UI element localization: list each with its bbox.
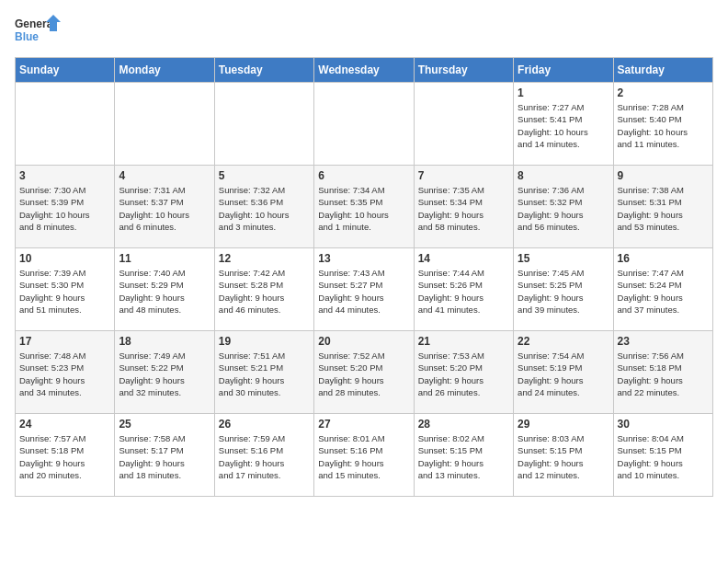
day-info: Sunrise: 7:31 AM Sunset: 5:37 PM Dayligh… bbox=[119, 184, 210, 233]
day-cell: 8Sunrise: 7:36 AM Sunset: 5:32 PM Daylig… bbox=[514, 166, 613, 248]
day-info: Sunrise: 7:47 AM Sunset: 5:24 PM Dayligh… bbox=[618, 267, 709, 316]
day-cell: 20Sunrise: 7:52 AM Sunset: 5:20 PM Dayli… bbox=[314, 331, 414, 414]
day-cell: 22Sunrise: 7:54 AM Sunset: 5:19 PM Dayli… bbox=[514, 331, 613, 414]
day-number: 17 bbox=[19, 335, 110, 348]
column-header-monday: Monday bbox=[115, 58, 214, 83]
day-number: 5 bbox=[219, 169, 310, 182]
day-number: 1 bbox=[518, 86, 609, 99]
column-header-saturday: Saturday bbox=[613, 58, 712, 83]
day-number: 20 bbox=[318, 335, 409, 348]
day-info: Sunrise: 7:45 AM Sunset: 5:25 PM Dayligh… bbox=[518, 267, 609, 316]
day-number: 14 bbox=[418, 252, 509, 265]
day-info: Sunrise: 8:01 AM Sunset: 5:16 PM Dayligh… bbox=[318, 432, 409, 481]
day-number: 12 bbox=[219, 252, 310, 265]
day-info: Sunrise: 7:57 AM Sunset: 5:18 PM Dayligh… bbox=[19, 432, 110, 481]
day-number: 13 bbox=[318, 252, 409, 265]
column-header-tuesday: Tuesday bbox=[214, 58, 313, 83]
day-cell bbox=[16, 83, 115, 166]
day-info: Sunrise: 8:04 AM Sunset: 5:15 PM Dayligh… bbox=[618, 432, 709, 481]
day-info: Sunrise: 7:54 AM Sunset: 5:19 PM Dayligh… bbox=[518, 350, 609, 398]
week-row: 1Sunrise: 7:27 AM Sunset: 5:41 PM Daylig… bbox=[16, 83, 713, 166]
day-number: 4 bbox=[119, 169, 210, 182]
day-number: 3 bbox=[19, 169, 110, 182]
header-row: SundayMondayTuesdayWednesdayThursdayFrid… bbox=[16, 58, 713, 83]
day-cell: 1Sunrise: 7:27 AM Sunset: 5:41 PM Daylig… bbox=[514, 83, 613, 166]
day-number: 19 bbox=[219, 335, 310, 348]
day-cell: 24Sunrise: 7:57 AM Sunset: 5:18 PM Dayli… bbox=[16, 414, 115, 497]
day-number: 24 bbox=[19, 418, 110, 431]
day-number: 29 bbox=[518, 418, 609, 431]
day-info: Sunrise: 7:40 AM Sunset: 5:29 PM Dayligh… bbox=[119, 267, 210, 316]
day-info: Sunrise: 7:35 AM Sunset: 5:34 PM Dayligh… bbox=[418, 184, 509, 233]
day-cell: 28Sunrise: 8:02 AM Sunset: 5:15 PM Dayli… bbox=[414, 414, 513, 497]
calendar-table: SundayMondayTuesdayWednesdayThursdayFrid… bbox=[15, 57, 713, 497]
day-cell: 10Sunrise: 7:39 AM Sunset: 5:30 PM Dayli… bbox=[16, 248, 115, 331]
day-info: Sunrise: 7:52 AM Sunset: 5:20 PM Dayligh… bbox=[318, 350, 409, 398]
day-number: 25 bbox=[119, 418, 210, 431]
day-info: Sunrise: 7:38 AM Sunset: 5:31 PM Dayligh… bbox=[618, 184, 709, 233]
day-number: 26 bbox=[219, 418, 310, 431]
day-number: 6 bbox=[318, 169, 409, 182]
day-cell bbox=[115, 83, 214, 166]
logo-svg: General Blue bbox=[15, 15, 61, 48]
day-cell: 25Sunrise: 7:58 AM Sunset: 5:17 PM Dayli… bbox=[115, 414, 214, 497]
day-info: Sunrise: 8:03 AM Sunset: 5:15 PM Dayligh… bbox=[518, 432, 609, 481]
day-info: Sunrise: 7:58 AM Sunset: 5:17 PM Dayligh… bbox=[119, 432, 210, 481]
day-number: 18 bbox=[119, 335, 210, 348]
day-number: 7 bbox=[418, 169, 509, 182]
day-info: Sunrise: 7:28 AM Sunset: 5:40 PM Dayligh… bbox=[618, 101, 709, 150]
day-cell: 6Sunrise: 7:34 AM Sunset: 5:35 PM Daylig… bbox=[314, 166, 414, 248]
day-cell: 12Sunrise: 7:42 AM Sunset: 5:28 PM Dayli… bbox=[214, 248, 313, 331]
day-cell: 2Sunrise: 7:28 AM Sunset: 5:40 PM Daylig… bbox=[613, 83, 712, 166]
day-number: 2 bbox=[618, 86, 709, 99]
day-number: 10 bbox=[19, 252, 110, 265]
day-info: Sunrise: 7:51 AM Sunset: 5:21 PM Dayligh… bbox=[219, 350, 310, 398]
day-number: 9 bbox=[618, 169, 709, 182]
svg-text:Blue: Blue bbox=[15, 30, 39, 43]
day-number: 30 bbox=[618, 418, 709, 431]
day-cell: 19Sunrise: 7:51 AM Sunset: 5:21 PM Dayli… bbox=[214, 331, 313, 414]
day-info: Sunrise: 7:27 AM Sunset: 5:41 PM Dayligh… bbox=[518, 101, 609, 150]
day-info: Sunrise: 7:36 AM Sunset: 5:32 PM Dayligh… bbox=[518, 184, 609, 233]
day-number: 15 bbox=[518, 252, 609, 265]
day-info: Sunrise: 7:44 AM Sunset: 5:26 PM Dayligh… bbox=[418, 267, 509, 316]
day-cell: 9Sunrise: 7:38 AM Sunset: 5:31 PM Daylig… bbox=[613, 166, 712, 248]
day-cell: 16Sunrise: 7:47 AM Sunset: 5:24 PM Dayli… bbox=[613, 248, 712, 331]
day-cell: 23Sunrise: 7:56 AM Sunset: 5:18 PM Dayli… bbox=[613, 331, 712, 414]
day-cell: 14Sunrise: 7:44 AM Sunset: 5:26 PM Dayli… bbox=[414, 248, 513, 331]
day-cell: 18Sunrise: 7:49 AM Sunset: 5:22 PM Dayli… bbox=[115, 331, 214, 414]
day-number: 27 bbox=[318, 418, 409, 431]
day-number: 11 bbox=[119, 252, 210, 265]
day-number: 28 bbox=[418, 418, 509, 431]
day-info: Sunrise: 7:59 AM Sunset: 5:16 PM Dayligh… bbox=[219, 432, 310, 481]
day-number: 16 bbox=[618, 252, 709, 265]
day-cell: 21Sunrise: 7:53 AM Sunset: 5:20 PM Dayli… bbox=[414, 331, 513, 414]
column-header-friday: Friday bbox=[514, 58, 613, 83]
week-row: 17Sunrise: 7:48 AM Sunset: 5:23 PM Dayli… bbox=[16, 331, 713, 414]
day-info: Sunrise: 7:43 AM Sunset: 5:27 PM Dayligh… bbox=[318, 267, 409, 316]
day-number: 21 bbox=[418, 335, 509, 348]
column-header-wednesday: Wednesday bbox=[314, 58, 414, 83]
day-cell: 13Sunrise: 7:43 AM Sunset: 5:27 PM Dayli… bbox=[314, 248, 414, 331]
week-row: 3Sunrise: 7:30 AM Sunset: 5:39 PM Daylig… bbox=[16, 166, 713, 248]
day-cell: 29Sunrise: 8:03 AM Sunset: 5:15 PM Dayli… bbox=[514, 414, 613, 497]
day-info: Sunrise: 7:32 AM Sunset: 5:36 PM Dayligh… bbox=[219, 184, 310, 233]
week-row: 24Sunrise: 7:57 AM Sunset: 5:18 PM Dayli… bbox=[16, 414, 713, 497]
day-cell: 17Sunrise: 7:48 AM Sunset: 5:23 PM Dayli… bbox=[16, 331, 115, 414]
day-info: Sunrise: 7:39 AM Sunset: 5:30 PM Dayligh… bbox=[19, 267, 110, 316]
header: General Blue bbox=[15, 15, 713, 48]
day-cell bbox=[214, 83, 313, 166]
day-cell: 5Sunrise: 7:32 AM Sunset: 5:36 PM Daylig… bbox=[214, 166, 313, 248]
day-cell: 30Sunrise: 8:04 AM Sunset: 5:15 PM Dayli… bbox=[613, 414, 712, 497]
day-cell: 7Sunrise: 7:35 AM Sunset: 5:34 PM Daylig… bbox=[414, 166, 513, 248]
day-number: 23 bbox=[618, 335, 709, 348]
day-number: 22 bbox=[518, 335, 609, 348]
column-header-thursday: Thursday bbox=[414, 58, 513, 83]
day-info: Sunrise: 7:34 AM Sunset: 5:35 PM Dayligh… bbox=[318, 184, 409, 233]
day-number: 8 bbox=[518, 169, 609, 182]
logo: General Blue bbox=[15, 15, 61, 48]
day-info: Sunrise: 7:53 AM Sunset: 5:20 PM Dayligh… bbox=[418, 350, 509, 398]
column-header-sunday: Sunday bbox=[16, 58, 115, 83]
day-cell: 26Sunrise: 7:59 AM Sunset: 5:16 PM Dayli… bbox=[214, 414, 313, 497]
day-cell bbox=[414, 83, 513, 166]
